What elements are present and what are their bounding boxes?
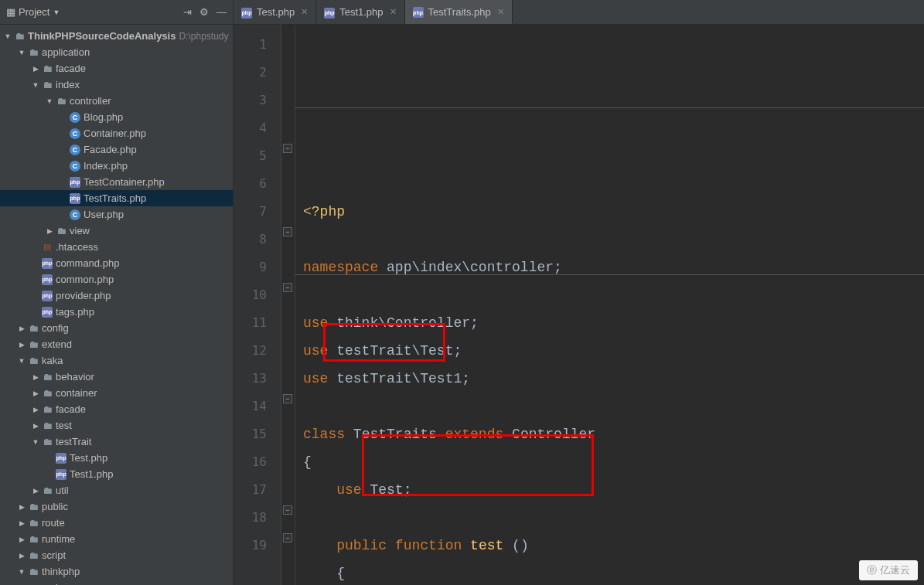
- tree-node[interactable]: ▶🖿lang: [0, 580, 233, 585]
- fold-marker[interactable]: −: [283, 227, 292, 236]
- tree-node[interactable]: phpprovider.php: [0, 287, 233, 304]
- tree-node[interactable]: ▼🖿testTrait: [0, 434, 233, 450]
- project-tree[interactable]: ▼🖿ThinkPHPSourceCodeAnalysisD:\phpstudy▼…: [0, 25, 233, 585]
- line-number: 13: [234, 365, 281, 393]
- tree-node-label: facade: [56, 403, 86, 415]
- code-line[interactable]: public function test (): [303, 532, 924, 559]
- collapse-icon[interactable]: ⇥: [183, 6, 192, 18]
- chevron-right-icon[interactable]: ▶: [31, 65, 40, 73]
- chevron-right-icon[interactable]: ▶: [31, 422, 40, 430]
- tree-node[interactable]: phptags.php: [0, 304, 233, 320]
- code-line[interactable]: [303, 226, 924, 253]
- tree-node[interactable]: ▼🖿kaka: [0, 352, 233, 369]
- fold-marker[interactable]: −: [283, 394, 292, 403]
- chevron-down-icon[interactable]: ▼: [3, 32, 12, 40]
- chevron-right-icon[interactable]: ▶: [31, 373, 40, 381]
- fold-marker[interactable]: −: [283, 533, 292, 542]
- tree-node[interactable]: CBlog.php: [0, 109, 233, 125]
- code-line[interactable]: <?php: [303, 198, 924, 226]
- close-icon[interactable]: ✕: [497, 7, 504, 17]
- tree-node[interactable]: CIndex.php: [0, 158, 233, 174]
- tree-node[interactable]: phpTest1.php: [0, 466, 233, 482]
- tree-node[interactable]: phpTest.php: [0, 450, 233, 466]
- fold-marker[interactable]: −: [283, 283, 292, 292]
- tree-node[interactable]: ▶🖿facade: [0, 401, 233, 417]
- tree-node[interactable]: ▼🖿ThinkPHPSourceCodeAnalysisD:\phpstudy: [0, 28, 233, 44]
- chevron-right-icon[interactable]: ▶: [17, 536, 26, 543]
- tree-node-label: application: [42, 46, 90, 58]
- tree-node[interactable]: ▶🖿util: [0, 482, 233, 498]
- chevron-down-icon[interactable]: ▼: [17, 568, 26, 576]
- chevron-down-icon[interactable]: ▼: [17, 357, 26, 365]
- gear-icon[interactable]: ⚙: [199, 6, 209, 18]
- tree-node[interactable]: ▼🖿thinkphp: [0, 563, 233, 580]
- folder-icon: 🖿: [26, 338, 40, 350]
- tree-node[interactable]: ▼🖿application: [0, 44, 233, 60]
- folder-icon: 🖿: [26, 566, 40, 577]
- tree-node[interactable]: ▼🖿index: [0, 77, 233, 93]
- line-number: 9: [234, 253, 281, 281]
- editor-tab[interactable]: phpTest1.php✕: [316, 0, 404, 24]
- chevron-right-icon[interactable]: ▶: [17, 503, 26, 511]
- line-number: 15: [234, 420, 281, 448]
- tree-node[interactable]: CFacade.php: [0, 141, 233, 158]
- tree-node[interactable]: ▤.htaccess: [0, 239, 233, 255]
- code-line[interactable]: {: [303, 559, 924, 585]
- tree-node[interactable]: ▶🖿config: [0, 320, 233, 336]
- tree-node[interactable]: ▶🖿script: [0, 547, 233, 563]
- chevron-right-icon[interactable]: ▶: [31, 487, 40, 495]
- tree-node-label: ThinkPHPSourceCodeAnalysis: [28, 30, 176, 42]
- tree-node[interactable]: ▶🖿container: [0, 385, 233, 401]
- tree-node[interactable]: ▶🖿view: [0, 223, 233, 239]
- editor-tab[interactable]: phpTestTraits.php✕: [405, 0, 513, 24]
- close-icon[interactable]: ✕: [301, 7, 308, 17]
- tree-node[interactable]: ▶🖿runtime: [0, 531, 233, 547]
- code-line[interactable]: class TestTraits extends Controller: [303, 420, 924, 448]
- tree-node[interactable]: ▶🖿facade: [0, 60, 233, 77]
- tree-node[interactable]: ▶🖿route: [0, 515, 233, 531]
- tree-node[interactable]: phpTestTraits.php: [0, 190, 233, 206]
- chevron-right-icon[interactable]: ▶: [17, 519, 26, 527]
- minimize-icon[interactable]: —: [217, 6, 227, 18]
- chevron-down-icon[interactable]: ▼: [17, 49, 26, 56]
- tree-node[interactable]: ▼🖿controller: [0, 93, 233, 109]
- code-line[interactable]: use Test;: [303, 476, 924, 504]
- chevron-down-icon[interactable]: ▼: [31, 438, 40, 446]
- tree-node[interactable]: ▶🖿behavior: [0, 369, 233, 385]
- code-line[interactable]: [303, 504, 924, 532]
- tree-node[interactable]: phpTestContainer.php: [0, 174, 233, 190]
- chevron-down-icon[interactable]: ▼: [45, 97, 54, 105]
- fold-marker[interactable]: −: [283, 505, 292, 515]
- code-line[interactable]: namespace app\index\controller;: [303, 253, 924, 281]
- tree-node[interactable]: CContainer.php: [0, 125, 233, 141]
- code-line[interactable]: use testTrait\Test1;: [303, 365, 924, 393]
- tree-node[interactable]: CUser.php: [0, 206, 233, 223]
- close-icon[interactable]: ✕: [390, 7, 397, 17]
- code-line[interactable]: [303, 281, 924, 309]
- line-number: 10: [234, 281, 281, 309]
- chevron-right-icon[interactable]: ▶: [31, 406, 40, 413]
- chevron-right-icon[interactable]: ▶: [45, 227, 54, 235]
- tree-node[interactable]: ▶🖿extend: [0, 336, 233, 352]
- code-line[interactable]: use testTrait\Test;: [303, 337, 924, 365]
- chevron-down-icon[interactable]: ▼: [31, 81, 40, 89]
- line-number-gutter: 12345678910111213141516171819: [234, 25, 281, 585]
- code-line[interactable]: [303, 393, 924, 420]
- tree-node[interactable]: phpcommon.php: [0, 271, 233, 287]
- tree-node[interactable]: ▶🖿test: [0, 417, 233, 434]
- chevron-right-icon[interactable]: ▶: [31, 389, 40, 397]
- editor-tab[interactable]: phpTest.php✕: [234, 0, 316, 24]
- tab-label: Test1.php: [339, 6, 383, 18]
- code-editor[interactable]: <?php namespace app\index\controller; us…: [295, 25, 924, 585]
- chevron-right-icon[interactable]: ▶: [17, 325, 26, 332]
- fold-marker[interactable]: −: [283, 144, 292, 153]
- chevron-down-icon[interactable]: ▼: [53, 9, 60, 16]
- tree-node[interactable]: ▶🖿public: [0, 498, 233, 515]
- php-class-icon: C: [68, 112, 82, 123]
- chevron-right-icon[interactable]: ▶: [17, 552, 26, 559]
- tree-node-label: public: [42, 501, 68, 512]
- code-line[interactable]: use think\Controller;: [303, 309, 924, 337]
- tree-node[interactable]: phpcommand.php: [0, 255, 233, 271]
- chevron-right-icon[interactable]: ▶: [17, 341, 26, 349]
- code-line[interactable]: {: [303, 448, 924, 476]
